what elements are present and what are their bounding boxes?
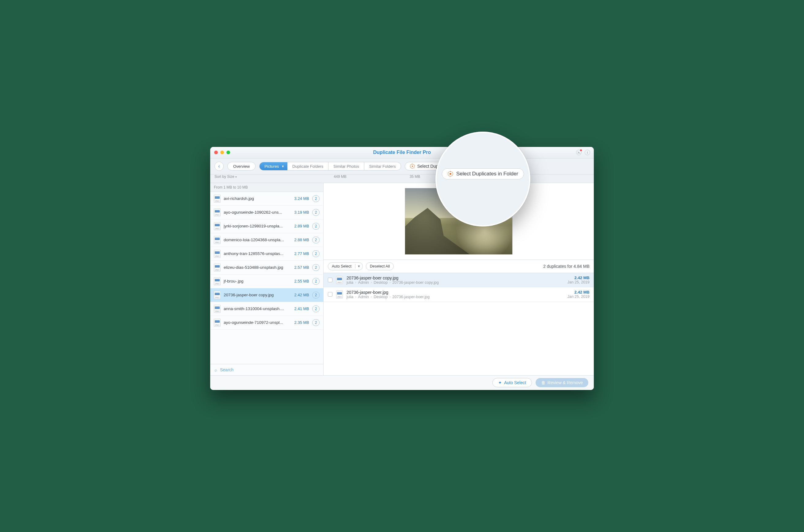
search-placeholder: Search xyxy=(220,367,234,372)
sidebar-range-label: From 1 MB to 10 MB xyxy=(210,183,323,192)
duplicate-file-path: julia ›Admin ›Desktop ›20736-jasper-boer… xyxy=(347,280,564,285)
deselect-label: Deselect All xyxy=(366,264,394,268)
duplicate-size: 2.42 MB xyxy=(567,276,589,280)
file-size: 2.35 MB xyxy=(294,320,309,325)
magnifier-lens: Select Duplicates in Folder xyxy=(435,132,530,227)
search-icon: ⌕ xyxy=(215,367,217,372)
file-row[interactable]: jyrki-sorjonen-1298019-unspla...2.89 MB2 xyxy=(210,220,323,233)
footer: ✦ Auto Select 🗑 Review & Remove xyxy=(210,375,594,390)
auto-select-label: Auto Select xyxy=(328,264,355,268)
back-button[interactable]: ‹ xyxy=(215,162,224,171)
file-name: jf-brou-.jpg xyxy=(224,279,291,283)
sort-by-label[interactable]: Sort by Size▾ xyxy=(210,174,324,179)
sparkle-icon: ✦ xyxy=(498,380,502,385)
file-size: 2.88 MB xyxy=(294,238,309,242)
duplicate-count-badge: 2 xyxy=(312,278,319,285)
row-checkbox[interactable] xyxy=(328,292,332,297)
auto-select-dropdown[interactable]: Auto Select ▾ xyxy=(328,262,363,270)
duplicate-count-badge: 2 xyxy=(312,305,319,312)
deselect-all-button[interactable]: Deselect All xyxy=(366,262,394,270)
info-icon[interactable]: i xyxy=(585,150,590,155)
duplicate-file-path: julia ›Admin ›Desktop ›20736-jasper-boer… xyxy=(347,295,564,299)
file-icon xyxy=(336,276,343,284)
tab-similar-photos[interactable]: Similar Photos xyxy=(328,162,364,170)
tab-duplicate-folders[interactable]: Duplicate Folders xyxy=(287,162,328,170)
lens-select-button[interactable]: Select Duplicates in Folder xyxy=(442,168,524,179)
trash-icon: 🗑 xyxy=(541,380,545,385)
file-row[interactable]: 20736-jasper-boer copy.jpg2.42 MB2 xyxy=(210,288,323,302)
file-icon xyxy=(214,291,221,299)
duplicates-summary: 2 duplicates for 4.84 MB xyxy=(543,264,589,269)
file-row[interactable]: anna-smith-1310004-unsplash....2.41 MB2 xyxy=(210,302,323,316)
file-row[interactable]: ayo-ogunseinde-1090262-uns...3.19 MB2 xyxy=(210,206,323,220)
file-icon xyxy=(214,264,221,271)
duplicate-count-badge: 2 xyxy=(312,209,319,216)
file-icon xyxy=(214,277,221,285)
duplicate-size: 2.42 MB xyxy=(567,290,589,294)
file-size: 2.57 MB xyxy=(294,265,309,270)
duplicate-count-badge: 2 xyxy=(312,195,319,202)
row-checkbox[interactable] xyxy=(328,278,332,282)
duplicate-count-badge: 2 xyxy=(312,319,319,326)
titlebar: Duplicate File Finder Pro ⋋ i xyxy=(210,147,594,158)
file-name: domenico-loia-1204368-unspla... xyxy=(224,238,291,242)
file-name: ayo-ogunseinde-710972-unspl... xyxy=(224,320,291,325)
duplicate-count-badge: 2 xyxy=(312,292,319,299)
overview-button[interactable]: Overview xyxy=(227,162,256,171)
file-size: 2.41 MB xyxy=(294,306,309,311)
duplicate-row[interactable]: 20736-jasper-boer.jpgjulia ›Admin ›Deskt… xyxy=(324,287,594,302)
file-row[interactable]: jf-brou-.jpg2.55 MB2 xyxy=(210,274,323,288)
duplicate-file-name: 20736-jasper-boer copy.jpg xyxy=(347,276,564,280)
file-size: 3.24 MB xyxy=(294,196,309,201)
file-icon xyxy=(336,290,343,299)
duplicate-date: Jan 25, 2019 xyxy=(567,280,589,284)
footer-auto-select-label: Auto Select xyxy=(504,380,526,385)
review-remove-button[interactable]: 🗑 Review & Remove xyxy=(535,378,588,387)
file-size: 2.42 MB xyxy=(294,292,309,297)
tab-label: Pictures xyxy=(264,164,279,169)
duplicate-count-badge: 2 xyxy=(312,264,319,271)
file-size: 3.19 MB xyxy=(294,210,309,214)
search-bar[interactable]: ⌕ Search xyxy=(210,364,323,375)
file-name: elizeu-dias-510488-unsplash.jpg xyxy=(224,265,291,270)
file-name: avi-richardsh.jpg xyxy=(224,196,291,201)
file-name: anna-smith-1310004-unsplash.... xyxy=(224,306,291,311)
duplicate-row[interactable]: 20736-jasper-boer copy.jpgjulia ›Admin ›… xyxy=(324,273,594,287)
target-icon xyxy=(447,171,453,177)
window-title: Duplicate File Finder Pro xyxy=(210,150,594,155)
duplicate-count-badge: 2 xyxy=(312,236,319,243)
file-name: jyrki-sorjonen-1298019-unspla... xyxy=(224,224,291,228)
file-row[interactable]: anthony-tran-1285576-unsplas...2.77 MB2 xyxy=(210,247,323,261)
target-icon xyxy=(410,164,415,169)
file-row[interactable]: domenico-loia-1204368-unspla...2.88 MB2 xyxy=(210,233,323,247)
sidebar: From 1 MB to 10 MB avi-richardsh.jpg3.24… xyxy=(210,183,324,375)
lens-label: Select Duplicates in Folder xyxy=(456,171,518,177)
rss-icon[interactable]: ⋋ xyxy=(576,150,582,155)
file-name: anthony-tran-1285576-unsplas... xyxy=(224,251,291,256)
file-icon xyxy=(214,250,221,258)
file-list[interactable]: avi-richardsh.jpg3.24 MB2ayo-ogunseinde-… xyxy=(210,192,323,364)
file-row[interactable]: avi-richardsh.jpg3.24 MB2 xyxy=(210,192,323,206)
file-row[interactable]: ayo-ogunseinde-710972-unspl...2.35 MB2 xyxy=(210,316,323,330)
file-size: 2.77 MB xyxy=(294,251,309,256)
tab-pictures[interactable]: Pictures ▼ xyxy=(259,162,287,170)
file-size: 2.89 MB xyxy=(294,224,309,228)
duplicate-count-badge: 2 xyxy=(312,223,319,230)
file-icon xyxy=(214,222,221,230)
tab-similar-folders[interactable]: Similar Folders xyxy=(364,162,401,170)
chevron-down-icon[interactable]: ▾ xyxy=(355,264,363,268)
toolbar: ‹ Overview Pictures ▼ Duplicate Folders … xyxy=(210,158,594,174)
duplicate-date: Jan 25, 2019 xyxy=(567,294,589,299)
footer-auto-select-button[interactable]: ✦ Auto Select xyxy=(492,378,532,387)
file-row[interactable]: elizeu-dias-510488-unsplash.jpg2.57 MB2 xyxy=(210,261,323,274)
sizes-row: Sort by Size▾ 449 MB 35 MB 391 MB xyxy=(210,174,594,183)
review-remove-label: Review & Remove xyxy=(548,380,583,385)
file-icon xyxy=(214,305,221,313)
category-tabs: Pictures ▼ Duplicate Folders Similar Pho… xyxy=(259,162,401,171)
file-name: ayo-ogunseinde-1090262-uns... xyxy=(224,210,291,214)
file-size: 2.55 MB xyxy=(294,279,309,283)
duplicate-count-badge: 2 xyxy=(312,250,319,257)
file-icon xyxy=(214,319,221,327)
file-icon xyxy=(214,195,221,203)
chevron-down-icon: ▼ xyxy=(281,165,284,168)
